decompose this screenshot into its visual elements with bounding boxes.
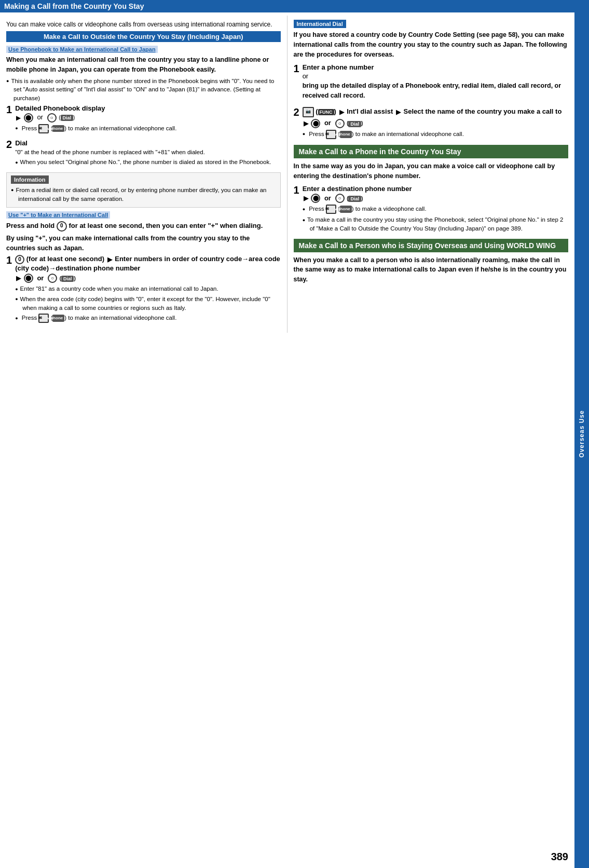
arrow6-icon: ▶ — [304, 120, 308, 127]
key-dial4-icon: ○ — [335, 194, 345, 203]
step2-content: Dial "0" at the head of the phone number… — [15, 139, 280, 168]
step1-keys: ▶ ⬤ or ○ (Dial) — [15, 113, 280, 123]
right-sidebar: Overseas Use — [574, 0, 589, 868]
step1c-row: 1 Enter a destination phone number ▶ ⬤ o… — [294, 185, 569, 234]
key-send3-icon: ⬤ — [311, 194, 320, 203]
dial-key: Dial — [61, 115, 74, 121]
step1-content: Detailed Phonebook display ▶ ⬤ or ○ (Dia… — [15, 104, 280, 135]
hold-key-icon: 0 — [57, 221, 67, 232]
step1r-or: or — [303, 72, 568, 80]
step1r-row: 1 Enter a phone number or bring up the d… — [294, 63, 569, 103]
intro-text: You can make voice calls or videophone c… — [6, 20, 281, 29]
make-call-header: Make a Call to a Phone in the Country Yo… — [294, 145, 569, 158]
step2r-bullet: Press ✉ (V.phone) to make an internation… — [303, 130, 568, 139]
vphone-key: V.phone — [52, 125, 64, 132]
vphone-key2: V.phone — [52, 315, 64, 322]
step1r-content: Enter a phone number or bring up the det… — [303, 63, 568, 103]
key-send2-icon: ⬤ — [311, 119, 320, 128]
step1b-bullet2: When the area code (city code) begins wi… — [15, 295, 280, 312]
use-plus-text: Press and hold 0 for at least one second… — [6, 221, 281, 232]
step1b-or-keys: ▶ ⬤ or ○ (Dial) — [15, 274, 280, 283]
intl-dial-text: If you have stored a country code by Cou… — [294, 30, 569, 59]
step1b-bullet3: Press ✉ (V.phone) to make an internation… — [15, 314, 280, 323]
step1c-keys: ▶ ⬤ or ○ (Dial) — [303, 194, 568, 203]
step1c-label: Enter a destination phone number — [303, 185, 568, 193]
right-column: International Dial If you have stored a … — [287, 16, 575, 333]
use-plus-header: Use "+" to Make an International Call — [6, 211, 110, 219]
step2r-content: 📷 (FUNC) ▶ Int'l dial assist ▶ Select th… — [303, 107, 568, 141]
step1-bullet: Press ✉ (V.phone) to make an internation… — [15, 124, 280, 133]
left-column: You can make voice calls or videophone c… — [0, 16, 287, 333]
step2-row: 2 Dial "0" at the head of the phone numb… — [6, 139, 281, 168]
vphone-key3: V.phone — [340, 131, 352, 138]
step1b-content: 0 (for at least one second) ▶ Enter numb… — [15, 255, 280, 324]
world-wing-text: When you make a call to a person who is … — [294, 255, 569, 284]
step1b-keys: 0 (for at least one second) ▶ Enter numb… — [15, 255, 280, 272]
key-dial2-icon: ○ — [48, 274, 57, 283]
main-header: Making a Call from the Country You Stay — [0, 0, 574, 12]
key-send-icon: ⬤ — [24, 274, 33, 283]
arrow-icon: ▶ — [16, 114, 21, 121]
step2-number: 2 — [6, 139, 12, 150]
step1r-label: Enter a phone number — [303, 63, 568, 71]
or-text-2: or — [37, 274, 44, 282]
dial-key2: Dial — [61, 276, 74, 282]
step1-label: Detailed Phonebook display — [15, 104, 280, 112]
step1c-content: Enter a destination phone number ▶ ⬤ or … — [303, 185, 568, 234]
vphone-key4: V.phone — [340, 206, 352, 213]
intl-dial-header: International Dial — [294, 20, 346, 28]
make-call-text: In the same way as you do in Japan, you … — [294, 161, 569, 181]
step2r-number: 2 — [294, 107, 299, 117]
key-dial3-icon: ○ — [335, 119, 345, 128]
key0-icon: 0 — [15, 255, 24, 264]
info-bullet: From a redial item or dialed call record… — [11, 186, 276, 203]
info-box: Information From a redial item or dialed… — [6, 172, 281, 208]
arrow7-icon: ▶ — [304, 195, 308, 202]
or-text-4: or — [324, 194, 331, 202]
arrow5-icon: ▶ — [396, 108, 401, 116]
step1r-number: 1 — [294, 63, 299, 74]
arrow4-icon: ▶ — [339, 108, 344, 116]
dial-key4: Dial — [348, 196, 361, 202]
or-text-3: or — [324, 119, 331, 127]
step1b-number: 1 — [6, 255, 12, 265]
sidebar-label: Overseas Use — [578, 410, 585, 457]
step2-text1: "0" at the head of the phone number is r… — [15, 148, 280, 157]
step2-bullet: When you select "Original phone No.", th… — [15, 158, 280, 167]
key-circle2-icon: ○ — [47, 113, 57, 123]
phonebook-bullet1: This is available only when the phone nu… — [6, 77, 281, 103]
step1b-row: 1 0 (for at least one second) ▶ Enter nu… — [6, 255, 281, 324]
page-number: 389 — [551, 851, 568, 863]
step2-label: Dial — [15, 139, 280, 147]
step2r-row: 2 📷 (FUNC) ▶ Int'l dial assist ▶ Select … — [294, 107, 569, 141]
subsection1-header: Make a Call to Outside the Country You S… — [6, 31, 281, 42]
step1-row: 1 Detailed Phonebook display ▶ ⬤ or ○ (D… — [6, 104, 281, 135]
step1-number: 1 — [6, 104, 12, 115]
func-key: FUNC — [318, 109, 334, 115]
step1c-bullet1: Press ✉ (V.phone) to make a videophone c… — [303, 205, 568, 214]
step2r-or-keys: ▶ ⬤ or ○ (Dial) — [303, 119, 568, 128]
arrow2-icon: ▶ — [107, 256, 112, 263]
phonebook-intro: When you make an international call from… — [6, 55, 281, 75]
phonebook-subheader: Use Phonebook to Make an International C… — [6, 46, 158, 53]
step1b-bullet1: Enter "81" as a country code when you ma… — [15, 284, 280, 293]
info-header: Information — [11, 175, 49, 184]
use-plus-text3: By using "+", you can make international… — [6, 234, 281, 253]
key-circle-icon: ⬤ — [24, 113, 33, 123]
world-wing-header: Make a Call to a Person who is Staying O… — [294, 239, 569, 252]
dial-key3: Dial — [348, 121, 361, 127]
arrow3-icon: ▶ — [16, 275, 21, 282]
or-text-1: or — [37, 113, 43, 121]
step1c-number: 1 — [294, 185, 299, 195]
step1r-text: bring up the detailed display of a Phone… — [303, 81, 568, 101]
key-camera-icon: 📷 — [303, 107, 314, 117]
step2r-keys: 📷 (FUNC) ▶ Int'l dial assist ▶ Select th… — [303, 107, 568, 117]
step1c-bullet2: To make a call in the country you stay u… — [303, 215, 568, 233]
